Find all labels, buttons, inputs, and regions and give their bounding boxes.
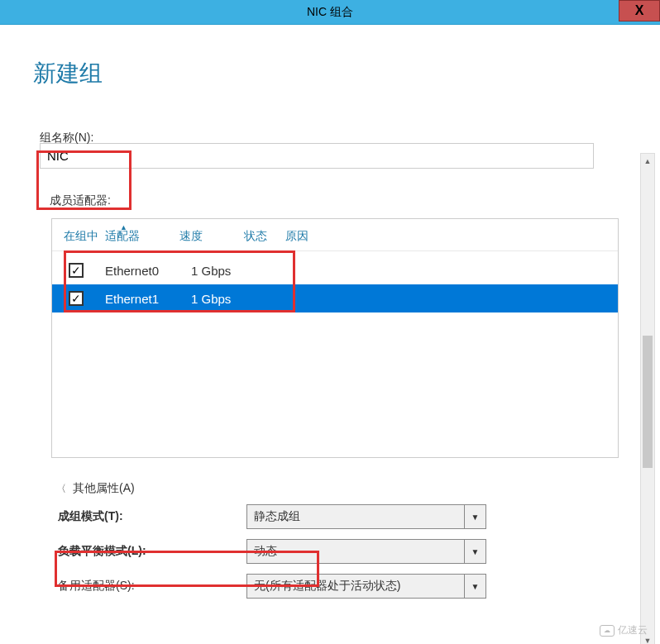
col-status[interactable]: 状态 <box>244 229 285 244</box>
checkbox-cell: ✓ <box>59 263 105 278</box>
list-row[interactable]: ✓ Ethernet0 1 Gbps <box>52 256 618 284</box>
checkbox-cell: ✓ <box>59 291 105 306</box>
vertical-scrollbar[interactable]: ▲ ▼ <box>640 153 655 644</box>
chevron-down-icon: ▼ <box>464 575 485 598</box>
dialog-window: NIC 组合 X 新建组 组名称(N): 成员适配器: 在组中 ▲ 适配器 速度… <box>0 0 660 644</box>
member-adapters-label: 成员适配器: <box>50 193 635 208</box>
standby-label: 备用适配器(S): <box>56 579 246 594</box>
teaming-mode-value: 静态成组 <box>254 509 300 524</box>
watermark-text: 亿速云 <box>618 623 648 637</box>
watermark: ☁ 亿速云 <box>600 623 648 637</box>
col-adapter[interactable]: ▲ 适配器 <box>105 229 179 244</box>
list-header: 在组中 ▲ 适配器 速度 状态 原因 <box>52 226 618 251</box>
chevron-down-icon: ▼ <box>464 540 485 563</box>
close-icon: X <box>635 3 644 18</box>
close-button[interactable]: X <box>619 0 660 21</box>
adapter-name: Ethernet1 <box>105 292 191 306</box>
adapter-name: Ethernet0 <box>105 264 191 278</box>
chevron-down-icon: ▼ <box>464 505 485 528</box>
title-bar: NIC 组合 X <box>0 0 660 25</box>
other-properties: 〈 其他属性(A) 成组模式(T): 静态成组 ▼ 负载平衡模式(L): 动态 … <box>56 481 635 599</box>
standby-value: 无(所有适配器处于活动状态) <box>254 579 400 594</box>
adapter-speed: 1 Gbps <box>191 264 257 278</box>
lb-mode-value: 动态 <box>254 544 277 559</box>
scroll-thumb[interactable] <box>643 336 653 468</box>
other-props-label: 其他属性(A) <box>73 481 135 496</box>
adapter-checkbox[interactable]: ✓ <box>69 291 84 306</box>
col-in-group[interactable]: 在组中 <box>59 229 105 244</box>
adapter-speed: 1 Gbps <box>191 292 257 306</box>
group-name-label: 组名称(N): <box>40 131 93 144</box>
group-name-input[interactable] <box>40 143 594 169</box>
cloud-icon: ☁ <box>600 625 615 637</box>
standby-dropdown[interactable]: 无(所有适配器处于活动状态) ▼ <box>246 574 486 599</box>
group-name-label-wrap: 组名称(N): <box>40 131 635 145</box>
page-title: 新建组 <box>33 58 635 89</box>
col-reason[interactable]: 原因 <box>285 229 335 244</box>
window-title: NIC 组合 <box>307 5 353 20</box>
scroll-up-button[interactable]: ▲ <box>641 154 654 169</box>
teaming-mode-row: 成组模式(T): 静态成组 ▼ <box>56 504 635 529</box>
list-row[interactable]: ✓ Ethernet1 1 Gbps <box>52 284 618 312</box>
teaming-mode-dropdown[interactable]: 静态成组 ▼ <box>246 504 486 529</box>
lb-mode-row: 负载平衡模式(L): 动态 ▼ <box>56 539 635 564</box>
other-props-toggle[interactable]: 〈 其他属性(A) <box>56 481 635 496</box>
chevron-up-icon: 〈 <box>56 482 66 496</box>
lb-mode-dropdown[interactable]: 动态 ▼ <box>246 539 486 564</box>
group-name-input-wrap <box>40 143 635 169</box>
sort-up-icon: ▲ <box>120 223 127 231</box>
col-speed[interactable]: 速度 <box>179 229 244 244</box>
standby-row: 备用适配器(S): 无(所有适配器处于活动状态) ▼ <box>56 574 635 599</box>
teaming-mode-label: 成组模式(T): <box>56 509 246 524</box>
content-area: 新建组 组名称(N): 成员适配器: 在组中 ▲ 适配器 速度 状态 原因 <box>0 25 660 644</box>
adapter-list: 在组中 ▲ 适配器 速度 状态 原因 ✓ Ethernet0 1 Gbps <box>51 218 619 458</box>
adapter-checkbox[interactable]: ✓ <box>69 263 84 278</box>
lb-mode-label: 负载平衡模式(L): <box>56 544 246 559</box>
list-body: ✓ Ethernet0 1 Gbps ✓ Ethernet1 1 Gbps <box>52 251 618 312</box>
